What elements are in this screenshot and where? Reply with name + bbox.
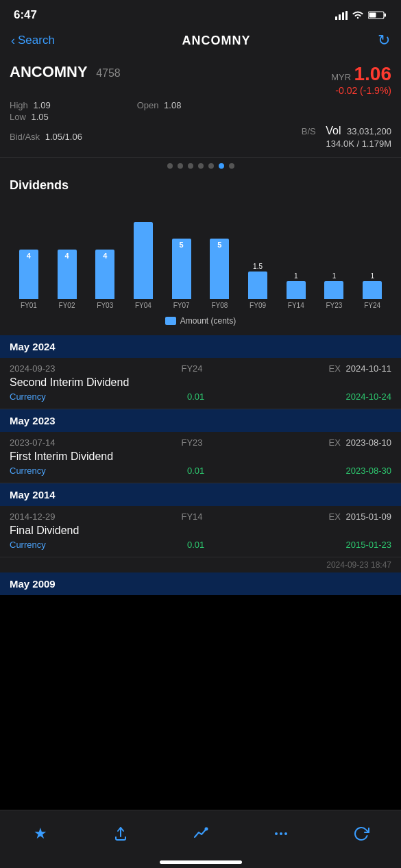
bar-fy07: 5 FY07	[162, 217, 201, 309]
bar-fy03: 4 FY03	[86, 217, 124, 309]
dot-1	[167, 163, 173, 169]
stock-price-block: MYR 1.06 -0.02 (-1.9%)	[331, 63, 391, 96]
stock-price: 1.06	[354, 63, 392, 84]
div-name-2: Final Dividend	[10, 525, 391, 537]
stock-name: ANCOMNY	[10, 63, 88, 80]
bs-label: B/S	[302, 126, 316, 136]
svg-point-7	[205, 828, 207, 830]
period-may-2024: May 2024	[0, 335, 401, 358]
pagination-dots	[0, 158, 401, 171]
back-button[interactable]: ‹ Search	[11, 34, 55, 48]
star-icon: ★	[34, 825, 47, 843]
bar-fy24: 1 FY24	[353, 217, 391, 309]
dot-5	[208, 163, 214, 169]
div-date-1: 2023-07-14	[10, 437, 56, 448]
nav-refresh-button[interactable]: ↻	[378, 32, 390, 49]
chart-legend: Amount (cents)	[10, 316, 391, 326]
svg-rect-0	[335, 16, 337, 20]
bar-fy24-rect	[363, 281, 382, 299]
bar-fy08: 5 FY08	[201, 217, 239, 309]
battery-icon	[368, 10, 387, 20]
bar-fy03-rect: 4	[95, 250, 114, 299]
dot-3	[188, 163, 193, 169]
more-icon	[273, 825, 289, 842]
chart-button[interactable]	[184, 819, 218, 849]
bar-fy23: 1 FY23	[315, 217, 354, 309]
wifi-icon	[352, 10, 364, 20]
svg-point-8	[275, 832, 278, 835]
chart-icon	[193, 825, 209, 842]
div-date-2: 2014-12-29	[10, 511, 56, 522]
stock-code: 4758	[96, 67, 121, 79]
bar-fy23-rect	[324, 281, 343, 299]
bar-fy07-rect: 5	[172, 239, 191, 299]
dot-2	[178, 163, 183, 169]
legend-box	[165, 317, 176, 325]
bar-fy09: 1.5 FY09	[239, 217, 277, 309]
bid-ask: Bid/Ask 1.05/1.06	[10, 132, 82, 142]
dot-7	[229, 163, 234, 169]
high-value: 1.09	[33, 100, 50, 110]
div-date-0: 2024-09-23	[10, 363, 56, 374]
div-name-1: First Interim Dividend	[10, 450, 391, 463]
div-pay-date-2: 2015-01-23	[346, 540, 392, 550]
div-currency-2: Currency	[10, 540, 46, 550]
bar-fy08-rect: 5	[210, 239, 229, 299]
signal-icon	[335, 11, 348, 20]
bar-chart: 4 FY01 4 FY02 4 FY03	[10, 200, 391, 309]
div-fy-1: FY23	[181, 437, 202, 448]
stock-details: High 1.09 Open 1.08 Low 1.05	[10, 100, 391, 122]
svg-rect-3	[345, 11, 348, 20]
low-value: 1.05	[31, 112, 48, 122]
dividend-item-1[interactable]: 2023-07-14 FY23 EX 2023-08-10 First Inte…	[0, 432, 401, 483]
bar-fy04-rect	[134, 222, 153, 299]
stock-header: ANCOMNY 4758 MYR 1.06 -0.02 (-1.9%) High…	[0, 56, 401, 158]
svg-rect-5	[385, 14, 387, 17]
favorite-button[interactable]: ★	[23, 819, 58, 849]
div-name-0: Second Interim Dividend	[10, 376, 391, 389]
bar-fy14: 1 FY14	[277, 217, 315, 309]
svg-rect-2	[342, 12, 344, 20]
timestamp-row: 2024-09-23 18:47	[0, 557, 401, 572]
nav-bar: ‹ Search ANCOMNY ↻	[0, 26, 401, 56]
div-ex-date-1: 2023-08-10	[345, 437, 391, 448]
share-button[interactable]	[104, 819, 138, 849]
chart-section: Dividends 4 FY01 4 FY02 4	[0, 171, 401, 335]
div-ex-1: EX 2023-08-10	[329, 437, 391, 448]
div-fy-2: FY14	[181, 511, 202, 522]
bar-fy02-rect: 4	[58, 250, 77, 299]
refresh-icon	[353, 825, 369, 842]
dot-6	[219, 163, 224, 169]
high-detail: High 1.09	[10, 100, 137, 110]
bid-ask-value: 1.05/1.06	[45, 132, 82, 142]
chart-title: Dividends	[10, 178, 391, 193]
legend-text: Amount (cents)	[180, 316, 236, 326]
div-ex-date-2: 2015-01-09	[345, 511, 391, 522]
dividend-item-0[interactable]: 2024-09-23 FY24 EX 2024-10-11 Second Int…	[0, 358, 401, 409]
div-amount-0: 0.01	[187, 391, 204, 402]
bar-fy02: 4 FY02	[48, 217, 86, 309]
more-button[interactable]	[264, 819, 298, 849]
back-label: Search	[18, 34, 55, 47]
bs-value: 134.0K / 1.179M	[326, 138, 391, 149]
period-may-2014: May 2014	[0, 483, 401, 506]
period-may-2009: May 2009	[0, 572, 401, 595]
bar-fy14-rect	[287, 281, 306, 299]
bottom-toolbar: ★	[0, 810, 401, 868]
div-fy-0: FY24	[181, 363, 202, 374]
open-detail: Open 1.08	[137, 100, 265, 110]
div-ex-date-0: 2024-10-11	[345, 363, 391, 374]
svg-rect-1	[339, 14, 341, 20]
stock-currency: MYR	[331, 72, 351, 82]
open-value: 1.08	[164, 100, 181, 110]
div-pay-date-0: 2024-10-24	[346, 391, 392, 402]
div-amount-2: 0.01	[187, 540, 204, 550]
div-pay-date-1: 2023-08-30	[346, 466, 392, 476]
div-ex-0: EX 2024-10-11	[329, 363, 391, 374]
status-time: 6:47	[14, 8, 37, 22]
share-icon	[112, 825, 129, 842]
nav-title: ANCOMNY	[182, 34, 250, 48]
dividend-item-2[interactable]: 2014-12-29 FY14 EX 2015-01-09 Final Divi…	[0, 506, 401, 557]
refresh-button[interactable]	[344, 819, 378, 849]
bar-fy09-rect	[248, 272, 267, 299]
